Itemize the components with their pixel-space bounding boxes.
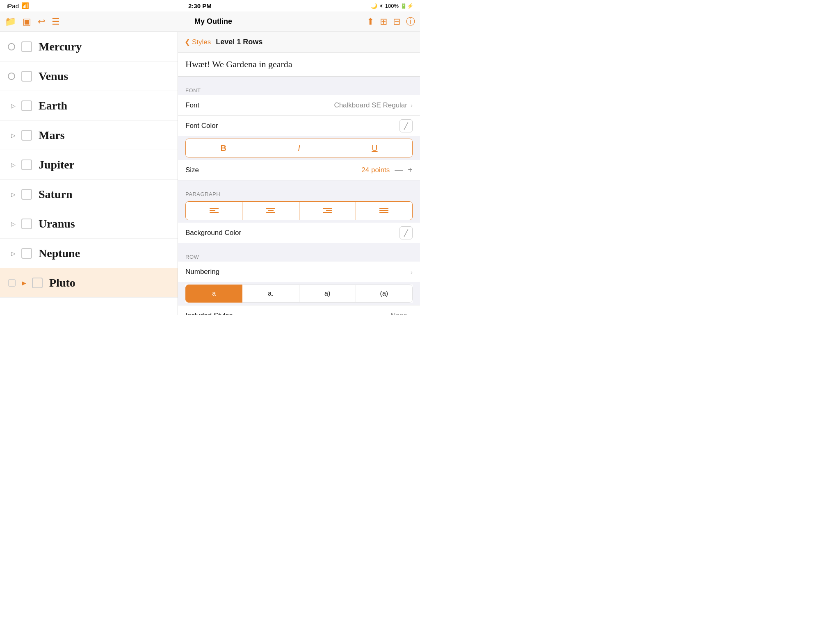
preview-text: Hwæt! We Gardena in gearda <box>178 52 420 77</box>
checkbox-pluto[interactable] <box>32 278 43 288</box>
size-settings-group: Size 24 points — + <box>178 160 420 180</box>
share-icon[interactable]: ⬆ <box>367 16 374 27</box>
expand-icon-mars: ▷ <box>8 130 18 140</box>
battery-icon: 🔋⚡ <box>400 3 413 9</box>
svg-rect-10 <box>379 210 388 211</box>
numbering-style-aparen-button[interactable]: a) <box>299 285 356 303</box>
svg-rect-1 <box>210 210 215 211</box>
background-color-group: Background Color ╱ <box>178 223 420 243</box>
row-settings-group: Numbering › <box>178 262 420 282</box>
size-increase-button[interactable]: + <box>408 165 413 175</box>
included-styles-label: Included Styles <box>185 312 233 315</box>
styles-header: ❮ Styles Level 1 Rows <box>178 32 420 52</box>
folder-icon[interactable]: 📁 <box>5 16 16 27</box>
alignment-buttons <box>185 201 413 220</box>
moon-icon: 🌙 <box>371 3 377 9</box>
checkbox-mars[interactable] <box>21 130 32 141</box>
outline-item-pluto[interactable]: ▶ Pluto <box>0 268 178 298</box>
background-color-swatch[interactable]: ╱ <box>399 226 413 239</box>
styles-back-button[interactable]: ❮ Styles <box>185 38 211 46</box>
font-color-label: Font Color <box>185 122 218 130</box>
font-settings-group: Font Chalkboard SE Regular › Font Color … <box>178 95 420 136</box>
styles-panel: ❮ Styles Level 1 Rows Hwæt! We Gardena i… <box>178 32 420 315</box>
font-section-header: FONT <box>178 84 420 95</box>
numbering-style-a-button[interactable]: a <box>185 285 242 303</box>
checkbox-earth[interactable] <box>21 100 32 111</box>
checkbox-uranus[interactable] <box>21 219 32 229</box>
styles-back-label: Styles <box>192 38 211 46</box>
outline-item-jupiter[interactable]: ▷ Jupiter <box>0 150 178 180</box>
align-center-icon <box>266 207 275 214</box>
italic-button[interactable]: I <box>261 139 337 157</box>
outline-item-mars[interactable]: ▷ Mars <box>0 121 178 150</box>
wifi-icon: 📶 <box>21 2 29 9</box>
status-right: 🌙 ✴ 100% 🔋⚡ <box>371 3 413 9</box>
toolbar-right: ⬆ ⊞ ⊟ ⓘ <box>367 16 415 28</box>
size-controls: 24 points — + <box>361 165 413 175</box>
font-color-row[interactable]: Font Color ╱ <box>178 116 420 136</box>
align-center-button[interactable] <box>242 202 299 220</box>
checkbox-neptune[interactable] <box>21 248 32 259</box>
numbering-style-adot-button[interactable]: a. <box>242 285 299 303</box>
svg-rect-3 <box>266 208 275 209</box>
item-label-jupiter: Jupiter <box>39 158 74 171</box>
font-color-swatch[interactable]: ╱ <box>399 119 413 132</box>
size-value: 24 points <box>361 166 390 174</box>
font-section-separator <box>178 77 420 84</box>
checkbox-saturn[interactable] <box>21 189 32 200</box>
item-label-saturn: Saturn <box>39 188 72 201</box>
paragraph-section-header: PARAGRAPH <box>178 188 420 199</box>
checkbox-jupiter[interactable] <box>21 159 32 170</box>
svg-rect-9 <box>379 208 388 209</box>
align-left-icon <box>210 207 219 214</box>
included-styles-row[interactable]: Included Styles None › <box>178 305 420 315</box>
svg-rect-6 <box>323 208 332 209</box>
outline-item-uranus[interactable]: ▷ Uranus <box>0 209 178 239</box>
outline-item-earth[interactable]: ▷ Earth <box>0 91 178 121</box>
paragraph-section-separator <box>178 180 420 188</box>
status-time: 2:30 PM <box>188 2 212 9</box>
undo-icon[interactable]: ↩ <box>38 16 45 27</box>
align-justify-button[interactable] <box>356 202 412 220</box>
list-icon[interactable]: ☰ <box>52 16 60 27</box>
outline-item-mercury[interactable]: Mercury <box>0 32 178 62</box>
info-icon[interactable]: ⓘ <box>406 16 415 28</box>
main-layout: Mercury Venus ▷ Earth ▷ Mars ▷ Jupiter <box>0 32 420 315</box>
svg-rect-8 <box>323 212 332 213</box>
expand-icon-earth: ▷ <box>8 101 18 111</box>
item-label-uranus: Uranus <box>39 217 75 230</box>
numbering-label: Numbering <box>185 268 219 276</box>
checkbox-venus[interactable] <box>21 71 32 82</box>
expand-icon-saturn: ▷ <box>8 189 18 199</box>
align-justify-icon <box>379 207 388 214</box>
align-left-button[interactable] <box>186 202 242 220</box>
size-row: Size 24 points — + <box>178 160 420 180</box>
expand-icon-pluto: ▶ <box>19 278 29 288</box>
align-right-button[interactable] <box>299 202 356 220</box>
table-icon[interactable]: ⊟ <box>393 16 400 27</box>
row-section-separator <box>178 243 420 251</box>
expand-icon-neptune: ▷ <box>8 248 18 258</box>
sidebar-icon[interactable]: ▣ <box>23 16 31 27</box>
outline-item-saturn[interactable]: ▷ Saturn <box>0 180 178 209</box>
item-label-earth: Earth <box>39 99 67 112</box>
checkbox-mercury[interactable] <box>21 41 32 52</box>
status-bar: iPad 📶 2:30 PM 🌙 ✴ 100% 🔋⚡ <box>0 0 420 11</box>
outline-item-neptune[interactable]: ▷ Neptune <box>0 239 178 268</box>
underline-button[interactable]: U <box>337 139 412 157</box>
numbering-row[interactable]: Numbering › <box>178 262 420 282</box>
font-row[interactable]: Font Chalkboard SE Regular › <box>178 95 420 116</box>
size-decrease-button[interactable]: — <box>395 165 403 175</box>
terminal-icon[interactable]: ⊞ <box>380 16 387 27</box>
background-color-row[interactable]: Background Color ╱ <box>178 223 420 243</box>
expand-icon-mercury <box>8 42 18 52</box>
item-label-mars: Mars <box>39 129 65 142</box>
bold-button[interactable]: B <box>186 139 261 157</box>
row-section-header: ROW <box>178 251 420 262</box>
numbering-style-parenaboth-button[interactable]: (a) <box>356 285 413 303</box>
font-chevron-icon: › <box>411 102 413 109</box>
toolbar-title: My Outline <box>60 17 367 26</box>
outline-item-venus[interactable]: Venus <box>0 62 178 91</box>
expand-icon-uranus: ▷ <box>8 219 18 229</box>
svg-rect-11 <box>379 212 388 213</box>
